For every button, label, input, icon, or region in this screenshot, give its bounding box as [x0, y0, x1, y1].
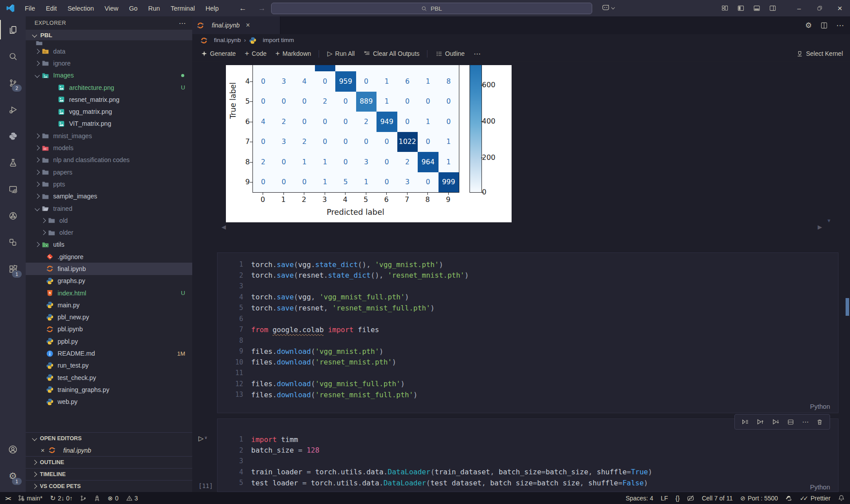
status-prettier[interactable]: ✓✓Prettier	[800, 495, 831, 502]
generate-button[interactable]: Generate	[197, 48, 240, 59]
tree-item-architecture-png[interactable]: architecture.pngU	[26, 81, 192, 93]
code-line[interactable]: 13files.download('resnet_mnist_full.pth'…	[217, 389, 838, 400]
add-code-cell-button[interactable]: +Code	[240, 48, 271, 59]
tree-item-gitignore[interactable]: .gitignore	[26, 251, 192, 263]
tree-item-test-check-py[interactable]: test_check.py	[26, 372, 192, 384]
tree-item-graphs-py[interactable]: graphs.py	[26, 275, 192, 287]
notebook-settings-icon[interactable]: ⚙	[805, 21, 812, 30]
project-root-row[interactable]: PBL	[26, 30, 192, 40]
code-line[interactable]: 10files.download('resnet_mnist.pth')	[217, 357, 838, 368]
tree-item-trained[interactable]: trained	[26, 202, 192, 214]
status-copilot-disabled[interactable]	[687, 495, 694, 502]
tree-item-web-py[interactable]: web.py	[26, 396, 192, 408]
code-line[interactable]: 5torch.save(resnet, 'resnet_mnist_full.p…	[217, 302, 838, 314]
tree-item-images[interactable]: Images	[26, 70, 192, 81]
activity-python-icon[interactable]	[0, 123, 26, 149]
cell-more-actions-icon[interactable]: ⋯	[802, 418, 809, 426]
menu-terminal[interactable]: Terminal	[165, 5, 200, 12]
search-input[interactable]: PBL	[271, 3, 592, 14]
activity-references-icon[interactable]	[0, 229, 26, 256]
tree-item-papers[interactable]: papers	[26, 166, 192, 178]
code-line[interactable]: 7from google.colab import files	[217, 324, 838, 335]
status-errors[interactable]: ⊗0	[108, 495, 119, 502]
code-line[interactable]: 2torch.save(resnet.state_dict(), 'resnet…	[217, 270, 838, 281]
tree-item-data[interactable]: data	[26, 45, 192, 57]
tree-item-sample-images[interactable]: sample_images	[26, 190, 192, 202]
code-line[interactable]: 5test_loader = torch.utils.data.DataLoad…	[217, 477, 838, 486]
menu-file[interactable]: File	[19, 5, 40, 12]
code-line[interactable]: 4torch.save(vgg, 'vgg_mnist_full.pth')	[217, 292, 838, 303]
tab-close-icon[interactable]: ×	[246, 21, 250, 29]
customize-layout-icon[interactable]	[721, 5, 729, 12]
execute-cell-and-above-icon[interactable]	[757, 418, 764, 426]
menu-edit[interactable]: Edit	[40, 5, 62, 12]
code-editor[interactable]: 1torch.save(vgg.state_dict(), 'vgg_mnist…	[217, 259, 838, 400]
tree-item-pbl-new-py[interactable]: pbl_new.py	[26, 311, 192, 323]
code-line[interactable]: 8	[217, 335, 838, 346]
tree-item-nlp-and-classification-codes[interactable]: nlp and classification codes	[26, 154, 192, 166]
tree-item-vgg-matrix-png[interactable]: vgg_matrix.png	[26, 105, 192, 117]
split-editor-icon[interactable]	[821, 22, 827, 29]
status-warnings[interactable]: 3	[126, 495, 138, 502]
code-line[interactable]: 6	[217, 314, 838, 325]
activity-extensions-icon[interactable]: 1	[0, 256, 26, 282]
run-cell-button[interactable]: ▷∨	[198, 434, 207, 442]
open-editors-header[interactable]: OPEN EDITORS	[26, 432, 192, 444]
status-remote[interactable]: ><	[5, 495, 10, 502]
tree-item-old[interactable]: old	[26, 214, 192, 226]
clear-all-outputs-button[interactable]: Clear All Outputs	[359, 48, 424, 59]
menu-selection[interactable]: Selection	[62, 5, 99, 12]
output-scroll-left-icon[interactable]: ◀	[221, 224, 226, 230]
minimize-button[interactable]: –	[789, 0, 809, 16]
breadcrumb-symbol[interactable]: import timm	[263, 37, 294, 43]
select-kernel-button[interactable]: Select Kernel	[796, 46, 843, 62]
open-editor-final-ipynb[interactable]: × final.ipynb	[26, 444, 192, 456]
code-line[interactable]: 11	[217, 368, 838, 379]
toolbar-more-actions[interactable]: ⋯	[469, 48, 485, 59]
tree-item-run-test-py[interactable]: run_test.py	[26, 360, 192, 372]
menu-go[interactable]: Go	[124, 5, 143, 12]
status-notifications[interactable]	[838, 495, 845, 501]
code-line[interactable]: 2batch_size = 128	[217, 445, 838, 456]
tree-item-ppbl-py[interactable]: ppbl.py	[26, 335, 192, 347]
activity-account-icon[interactable]	[0, 436, 26, 463]
tree-item-models[interactable]: models	[26, 142, 192, 154]
tree-item-utils[interactable]: utils	[26, 239, 192, 251]
code-line[interactable]: 1import timm	[217, 434, 838, 445]
tree-item-readme-md[interactable]: README.md1M	[26, 347, 192, 359]
close-icon[interactable]: ×	[41, 446, 45, 454]
menu-run[interactable]: Run	[143, 5, 166, 12]
tree-item-training-graphs-py[interactable]: training_graphs.py	[26, 384, 192, 395]
code-line[interactable]: 3	[217, 456, 838, 467]
activity-remote-explorer-icon[interactable]	[0, 176, 26, 202]
split-cell-icon[interactable]	[787, 419, 794, 426]
code-line[interactable]: 9files.download('vgg_mnist.pth')	[217, 346, 838, 357]
cell-language-label[interactable]: Python	[810, 484, 830, 491]
menu-view[interactable]: View	[99, 5, 124, 12]
activity-settings-icon[interactable]: ⚙1	[0, 463, 26, 489]
status-branch[interactable]: main*	[18, 495, 43, 502]
tree-item-partial[interactable]	[26, 41, 192, 45]
explorer-more-actions[interactable]: ⋯	[179, 19, 186, 27]
tree-item-mnist-images[interactable]: mnist_images	[26, 130, 192, 142]
status-eol[interactable]: LF	[661, 495, 668, 502]
forward-arrow[interactable]: →	[258, 4, 266, 13]
activity-run-and-debug-icon[interactable]	[0, 96, 26, 123]
delete-cell-icon[interactable]	[816, 419, 823, 426]
add-markdown-cell-button[interactable]: +Markdown	[271, 48, 316, 59]
status-source-control-graph[interactable]	[80, 495, 86, 501]
code-line[interactable]: 12files.download('vgg_mnist_full.pth')	[217, 379, 838, 390]
code-line[interactable]: 3	[217, 281, 838, 292]
toggle-secondary-sidebar-icon[interactable]	[769, 5, 776, 12]
restore-button[interactable]	[809, 0, 830, 16]
outline-section[interactable]: OUTLINE	[26, 456, 192, 468]
tree-item-final-ipynb[interactable]: final.ipynb	[26, 263, 192, 275]
activity-testing-icon[interactable]	[0, 149, 26, 176]
tree-item-older[interactable]: older	[26, 226, 192, 238]
status-indentation[interactable]: Spaces: 4	[625, 495, 653, 502]
activity-search-icon[interactable]	[0, 43, 26, 70]
tree-item-ignore[interactable]: ignore	[26, 57, 192, 69]
execute-cell-and-below-icon[interactable]	[772, 418, 780, 426]
back-arrow[interactable]: ←	[239, 4, 247, 13]
status-sync[interactable]: ↻2↓ 0↑	[50, 494, 73, 502]
